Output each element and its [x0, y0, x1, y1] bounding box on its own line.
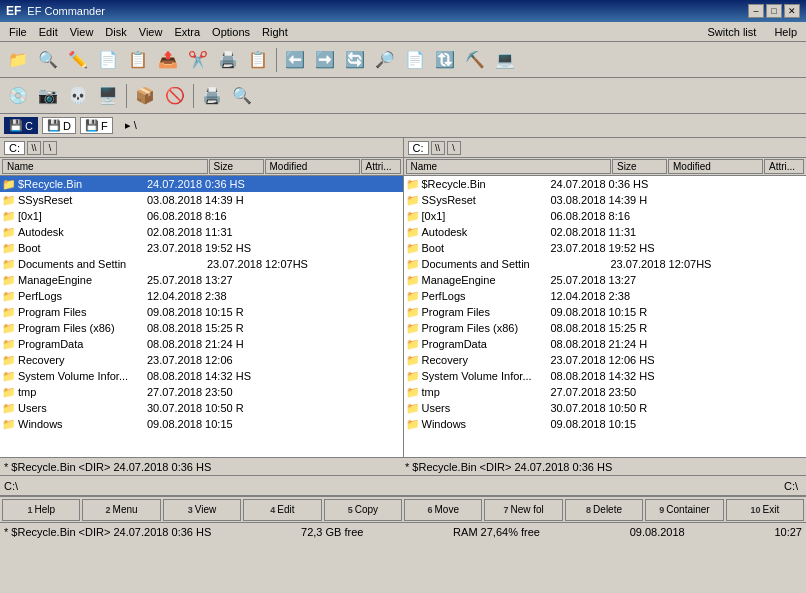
left-col-size[interactable]: Size [209, 159, 264, 174]
fn-number: 4 [270, 505, 275, 515]
tb-browse-back[interactable]: 📁 [4, 46, 32, 74]
right-file-list[interactable]: 📁 $Recycle.Bin 24.07.2018 0:36 HS 📁 SSys… [404, 176, 807, 457]
left-col-modified[interactable]: Modified [265, 159, 360, 174]
help-button[interactable]: Help [769, 25, 802, 39]
tb2-print2[interactable]: 🖨️ [198, 82, 226, 110]
fn-new-fol-button[interactable]: 7New fol [484, 499, 562, 521]
right-col-modified[interactable]: Modified [668, 159, 763, 174]
file-row[interactable]: 📁 PerfLogs 12.04.2018 2:38 [404, 288, 807, 304]
close-button[interactable]: ✕ [784, 4, 800, 18]
file-row[interactable]: 📁 ProgramData 08.08.2018 21:24 H [0, 336, 403, 352]
tb-delete[interactable]: ✂️ [184, 46, 212, 74]
maximize-button[interactable]: □ [766, 4, 782, 18]
tb-sync[interactable]: 🔃 [431, 46, 459, 74]
tb-search[interactable]: 🔍 [34, 46, 62, 74]
fn-menu-button[interactable]: 2Menu [82, 499, 160, 521]
file-name: Boot [422, 242, 445, 254]
fn-help-button[interactable]: 1Help [2, 499, 80, 521]
tb2-camera[interactable]: 📷 [34, 82, 62, 110]
file-row[interactable]: 📁 Users 30.07.2018 10:50 R [404, 400, 807, 416]
drive-f[interactable]: 💾 F [80, 117, 113, 134]
file-row[interactable]: 📁 SSysReset 03.08.2018 14:39 H [0, 192, 403, 208]
file-row[interactable]: 📁 Boot 23.07.2018 19:52 HS [404, 240, 807, 256]
menu-edit[interactable]: Edit [34, 25, 63, 39]
tb2-drive[interactable]: 💿 [4, 82, 32, 110]
file-row[interactable]: 📁 tmp 27.07.2018 23:50 [404, 384, 807, 400]
file-row[interactable]: 📁 [0x1] 06.08.2018 8:16 [0, 208, 403, 224]
tb-move[interactable]: 📤 [154, 46, 182, 74]
fn-edit-button[interactable]: 4Edit [243, 499, 321, 521]
file-row[interactable]: 📁 ManageEngine 25.07.2018 13:27 [0, 272, 403, 288]
tb2-skull[interactable]: 💀 [64, 82, 92, 110]
right-col-name[interactable]: Name [406, 159, 612, 174]
file-row[interactable]: 📁 Boot 23.07.2018 19:52 HS [0, 240, 403, 256]
file-row[interactable]: 📁 tmp 27.07.2018 23:50 [0, 384, 403, 400]
tb-copy-file[interactable]: 📋 [124, 46, 152, 74]
tb2-archive[interactable]: 📦 [131, 82, 159, 110]
file-row[interactable]: 📁 ManageEngine 25.07.2018 13:27 [404, 272, 807, 288]
file-row[interactable]: 📁 Windows 09.08.2018 10:15 [0, 416, 403, 432]
left-panel-nav-back[interactable]: \ [43, 141, 57, 155]
tb-back[interactable]: ⬅️ [281, 46, 309, 74]
file-row[interactable]: 📁 System Volume Infor... 08.08.2018 14:3… [0, 368, 403, 384]
minimize-button[interactable]: – [748, 4, 764, 18]
tb-file-info[interactable]: 📄 [401, 46, 429, 74]
fn-exit-button[interactable]: 10Exit [726, 499, 804, 521]
tb-edit[interactable]: ✏️ [64, 46, 92, 74]
file-row[interactable]: 📁 Documents and Settin 23.07.2018 12:07 … [0, 256, 403, 272]
file-row[interactable]: 📁 $Recycle.Bin 24.07.2018 0:36 HS [404, 176, 807, 192]
file-row[interactable]: 📁 System Volume Infor... 08.08.2018 14:3… [404, 368, 807, 384]
file-row[interactable]: 📁 Program Files (x86) 08.08.2018 15:25 R [404, 320, 807, 336]
tb-tools[interactable]: ⛏️ [461, 46, 489, 74]
tb-find[interactable]: 🔎 [371, 46, 399, 74]
right-panel-nav-back[interactable]: \ [447, 141, 461, 155]
tb-refresh[interactable]: 🔄 [341, 46, 369, 74]
tb2-scan[interactable]: 🔍 [228, 82, 256, 110]
menu-options[interactable]: Options [207, 25, 255, 39]
fn-delete-button[interactable]: 8Delete [565, 499, 643, 521]
tb2-monitor[interactable]: 🖥️ [94, 82, 122, 110]
tb-list[interactable]: 📋 [244, 46, 272, 74]
file-row[interactable]: 📁 Recovery 23.07.2018 12:06 [0, 352, 403, 368]
switch-list-button[interactable]: Switch list [702, 25, 761, 39]
left-panel-nav-up[interactable]: \\ [27, 141, 41, 155]
file-row[interactable]: 📁 Program Files (x86) 08.08.2018 15:25 R [0, 320, 403, 336]
file-row[interactable]: 📁 Users 30.07.2018 10:50 R [0, 400, 403, 416]
file-row[interactable]: 📁 $Recycle.Bin 24.07.2018 0:36 HS [0, 176, 403, 192]
menu-disk[interactable]: Disk [100, 25, 131, 39]
file-row[interactable]: 📁 PerfLogs 12.04.2018 2:38 [0, 288, 403, 304]
file-row[interactable]: 📁 Program Files 09.08.2018 10:15 R [404, 304, 807, 320]
right-panel-nav-up[interactable]: \\ [431, 141, 445, 155]
file-row[interactable]: 📁 Autodesk 02.08.2018 11:31 [404, 224, 807, 240]
fn-copy-button[interactable]: 5Copy [324, 499, 402, 521]
file-row[interactable]: 📁 Autodesk 02.08.2018 11:31 [0, 224, 403, 240]
tb-new[interactable]: 📄 [94, 46, 122, 74]
file-row[interactable]: 📁 Documents and Settin 23.07.2018 12:07 … [404, 256, 807, 272]
file-row[interactable]: 📁 Program Files 09.08.2018 10:15 R [0, 304, 403, 320]
menu-right[interactable]: Right [257, 25, 293, 39]
left-col-name[interactable]: Name [2, 159, 208, 174]
tb2-block[interactable]: 🚫 [161, 82, 189, 110]
right-col-attr[interactable]: Attri... [764, 159, 804, 174]
fn-move-button[interactable]: 6Move [404, 499, 482, 521]
drive-d[interactable]: 💾 D [42, 117, 76, 134]
fn-container-button[interactable]: 9Container [645, 499, 723, 521]
file-row[interactable]: 📁 Windows 09.08.2018 10:15 [404, 416, 807, 432]
menu-extra[interactable]: Extra [169, 25, 205, 39]
left-col-attr[interactable]: Attri... [361, 159, 401, 174]
menu-file[interactable]: File [4, 25, 32, 39]
left-file-list[interactable]: 📁 $Recycle.Bin 24.07.2018 0:36 HS 📁 SSys… [0, 176, 403, 457]
file-row[interactable]: 📁 SSysReset 03.08.2018 14:39 H [404, 192, 807, 208]
tb-print[interactable]: 🖨️ [214, 46, 242, 74]
drive-c[interactable]: 💾 C [4, 117, 38, 134]
tb-forward[interactable]: ➡️ [311, 46, 339, 74]
menu-view[interactable]: View [65, 25, 99, 39]
tb-cmd[interactable]: 💻 [491, 46, 519, 74]
file-row[interactable]: 📁 [0x1] 06.08.2018 8:16 [404, 208, 807, 224]
file-row[interactable]: 📁 ProgramData 08.08.2018 21:24 H [404, 336, 807, 352]
menu-view2[interactable]: View [134, 25, 168, 39]
fn-view-button[interactable]: 3View [163, 499, 241, 521]
file-row[interactable]: 📁 Recovery 23.07.2018 12:06 HS [404, 352, 807, 368]
right-col-size[interactable]: Size [612, 159, 667, 174]
folder-icon: 📁 [406, 274, 420, 287]
